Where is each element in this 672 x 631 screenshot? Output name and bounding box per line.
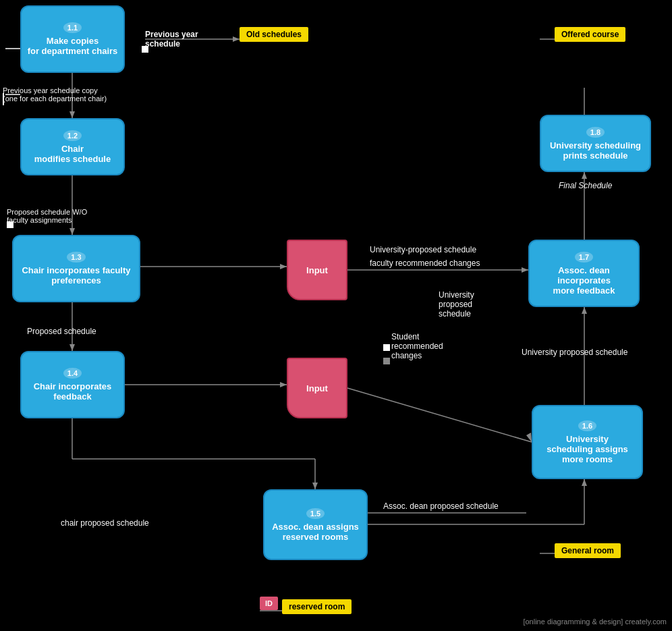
node-18: 1.8 University scheduling prints schedul… (540, 115, 651, 172)
svg-marker-11 (233, 36, 240, 42)
node-17-label: Assoc. dean incorporates more feedback (535, 265, 633, 296)
input-1-label: Input (306, 265, 328, 275)
univ-proposed2-label: Universityproposedschedule (439, 290, 474, 319)
student-rec-indicator (383, 344, 390, 351)
node-13: 1.3 Chair incorporates faculty preferenc… (12, 235, 140, 302)
svg-line-15 (347, 388, 532, 442)
creately-badge: [online diagramming & design] creately.c… (523, 618, 667, 626)
prev-year-indicator (142, 46, 148, 53)
chair-proposed-label: chair proposed schedule (61, 518, 149, 528)
svg-marker-30 (280, 382, 287, 387)
node-15-number: 1.5 (306, 508, 325, 519)
node-18-number: 1.8 (586, 127, 605, 138)
final-schedule-label: Final Schedule (559, 181, 612, 190)
node-15-label: Assoc. dean assigns reserved rooms (272, 522, 359, 542)
prev-copy-line (3, 93, 4, 105)
node-17: 1.7 Assoc. dean incorporates more feedba… (528, 240, 640, 307)
prev-year-copy-label: Previous year schedule copy(one for each… (0, 86, 107, 103)
node-16: 1.6 University scheduling assigns more r… (532, 405, 643, 479)
proposed-wo-label: Proposed schedule W/Ofaculty assignments (7, 208, 87, 224)
offered-course-label: Offered course (555, 27, 625, 42)
input-node-1: Input (287, 240, 347, 300)
node-12-number: 1.2 (63, 130, 82, 141)
prev-year-schedule-label: Previous yearschedule (145, 30, 198, 49)
svg-marker-3 (69, 228, 75, 235)
node-18-label: University scheduling prints schedule (550, 140, 641, 161)
svg-marker-25 (582, 479, 587, 486)
proposed-wo-indicator (7, 221, 13, 228)
univ-proposed-top-label: University-proposed schedule (370, 245, 476, 254)
old-schedules-label: Old schedules (240, 27, 308, 42)
svg-marker-16 (526, 433, 532, 442)
assoc-dean-proposed-label: Assoc. dean proposed schedule (383, 501, 499, 511)
node-12-label: Chair modifies schedule (34, 144, 111, 164)
proposed-label: Proposed schedule (27, 327, 96, 336)
node-14-label: Chair incorporates feedback (34, 381, 112, 402)
node-12: 1.2 Chair modifies schedule (20, 118, 125, 175)
node-11: 1.1 Make copies for department chairs (20, 5, 125, 73)
svg-marker-14 (522, 267, 528, 273)
node-16-label: University scheduling assigns more rooms (547, 434, 628, 464)
node-15: 1.5 Assoc. dean assigns reserved rooms (263, 489, 368, 560)
node-11-label: Make copies for department chairs (28, 36, 118, 56)
student-rec-label: Studentrecommendedchanges (391, 332, 443, 360)
svg-marker-22 (582, 307, 587, 314)
input-2-label: Input (306, 383, 328, 393)
general-room-label: General room (555, 543, 621, 558)
node-17-number: 1.7 (575, 252, 593, 263)
svg-marker-18 (582, 172, 587, 179)
node-13-number: 1.3 (67, 252, 85, 263)
svg-marker-5 (69, 344, 75, 351)
svg-marker-28 (280, 264, 287, 269)
svg-marker-9 (312, 483, 318, 489)
svg-marker-1 (69, 111, 75, 118)
reserved-room-label: reserved room (282, 599, 352, 614)
node-13-label: Chair incorporates faculty preferences (22, 265, 130, 285)
input-node-2: Input (287, 358, 347, 418)
node-14-number: 1.4 (63, 368, 82, 379)
faculty-rec-label: faculty recommended changes (370, 258, 480, 268)
student-rec-indicator2 (383, 358, 390, 364)
node-16-number: 1.6 (578, 420, 596, 431)
univ-proposed-schedule-label: University proposed schedule (522, 348, 627, 357)
id-badge: ID (260, 597, 278, 610)
node-11-number: 1.1 (63, 22, 82, 33)
node-14: 1.4 Chair incorporates feedback (20, 351, 125, 418)
